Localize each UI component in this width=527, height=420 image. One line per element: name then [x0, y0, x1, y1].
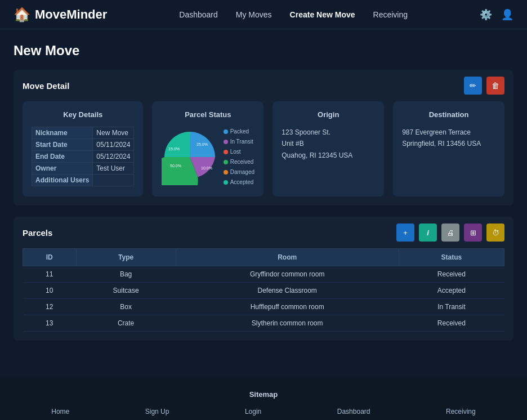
origin-title: Origin — [282, 110, 375, 119]
footer-link-receiving[interactable]: Receiving — [446, 408, 476, 415]
parcel-status-12: In Transit — [399, 299, 504, 315]
legend-label-damaged: Damaged — [230, 167, 254, 177]
parcel-room-10: Defense Classroom — [176, 283, 399, 299]
parcel-status-13: Received — [399, 315, 504, 332]
nav-my-moves[interactable]: My Moves — [236, 10, 272, 19]
footer-link-signup[interactable]: Sign Up — [145, 408, 169, 415]
parcels-table-wrap: ID Type Room Status 11 Bag Gryffindor co… — [14, 248, 513, 341]
legend-lost: Lost — [224, 147, 254, 157]
label-end-date: End Date — [32, 151, 93, 163]
legend-label-received: Received — [230, 157, 254, 167]
nav-icon-group: ⚙️ 👤 — [480, 8, 513, 21]
col-type: Type — [76, 249, 176, 266]
origin-line3: Quahog, RI 12345 USA — [282, 151, 352, 159]
label-owner: Owner — [32, 163, 93, 175]
brand-name: MoveMinder — [35, 7, 107, 22]
table-row: 12 Box Hufflepuff common room In Transit — [23, 299, 504, 315]
nav-receiving[interactable]: Receiving — [373, 10, 408, 19]
key-details-title: Key Details — [32, 110, 134, 119]
legend-label-accepted: Accepted — [230, 177, 254, 187]
parcel-type-13: Crate — [76, 315, 176, 332]
clock-button[interactable]: ⏱ — [486, 224, 504, 242]
table-row: Nickname New Move — [32, 127, 134, 139]
legend-label-in-transit: In Transit — [230, 137, 253, 147]
table-row: Owner Test User — [32, 163, 134, 175]
parcel-status-card: Parcel Status 25.0% — [152, 101, 264, 196]
delete-button[interactable]: 🗑 — [486, 77, 504, 95]
parcels-title: Parcels — [23, 228, 52, 238]
value-end-date: 05/12/2024 — [93, 151, 134, 163]
footer-link-login[interactable]: Login — [245, 408, 261, 415]
parcel-status-10: Accepted — [399, 283, 504, 299]
footer-link-home[interactable]: Home — [51, 408, 69, 415]
parcel-type-10: Suitcase — [76, 283, 176, 299]
legend-dot-in-transit — [224, 140, 228, 144]
label-nickname: Nickname — [32, 127, 93, 139]
parcel-status-11: Received — [399, 266, 504, 283]
move-detail-card: Move Detail ✏ 🗑 Key Details Nickname New… — [14, 70, 513, 205]
legend-dot-received — [224, 160, 228, 164]
parcel-id-10: 10 — [23, 283, 77, 299]
parcel-id-12: 12 — [23, 299, 77, 315]
key-details-card: Key Details Nickname New Move Start Date… — [23, 101, 143, 196]
parcels-table-head: ID Type Room Status — [23, 249, 504, 266]
label-packed-pct: 25.0% — [196, 142, 208, 146]
nav-create-new-move[interactable]: Create New Move — [290, 10, 355, 19]
legend-dot-lost — [224, 150, 228, 154]
col-id: ID — [23, 249, 77, 266]
legend-damaged: Damaged — [224, 167, 254, 177]
label-accepted-pct: 15.0% — [168, 147, 180, 151]
destination-card: Destination 987 Evergreen Terrace Spring… — [393, 101, 504, 196]
move-detail-header: Move Detail ✏ 🗑 — [14, 70, 513, 101]
pie-container: 25.0% 10.0% 50.0% 15.0% Packed In Transi… — [161, 127, 254, 187]
origin-line2: Unit #B — [282, 140, 303, 148]
legend-dot-packed — [224, 129, 228, 134]
label-additional-users: Additional Users — [32, 175, 93, 186]
destination-title: Destination — [402, 110, 495, 119]
label-start-date: Start Date — [32, 139, 93, 151]
edit-button[interactable]: ✏ — [464, 77, 482, 95]
legend-label-packed: Packed — [230, 127, 249, 137]
value-nickname: New Move — [93, 127, 134, 139]
table-header-row: ID Type Room Status — [23, 249, 504, 266]
table-row: End Date 05/12/2024 — [32, 151, 134, 163]
move-detail-title: Move Detail — [23, 81, 69, 91]
page-title: New Move — [14, 43, 513, 59]
pie-legend: Packed In Transit Lost Received — [224, 127, 254, 187]
print-button[interactable]: 🖨 — [441, 224, 459, 242]
parcel-status-title: Parcel Status — [161, 110, 254, 119]
navbar: 🏠 MoveMinder Dashboard My Moves Create N… — [0, 0, 527, 29]
legend-dot-accepted — [224, 180, 228, 185]
footer-link-dashboard[interactable]: Dashboard — [337, 408, 370, 415]
main-content: New Move Move Detail ✏ 🗑 Key Details Nic… — [0, 29, 527, 365]
parcel-room-12: Hufflepuff common room — [176, 299, 399, 315]
table-row: Start Date 05/11/2024 — [32, 139, 134, 151]
parcel-type-11: Bag — [76, 266, 176, 283]
grid-button[interactable]: ⊞ — [464, 224, 482, 242]
table-row: 10 Suitcase Defense Classroom Accepted — [23, 283, 504, 299]
parcels-table-body: 11 Bag Gryffindor common room Received 1… — [23, 266, 504, 332]
col-room: Room — [176, 249, 399, 266]
parcels-section: Parcels + i 🖨 ⊞ ⏱ ID Type Room Status — [14, 217, 513, 341]
destination-line2: Springfield, RI 13456 USA — [402, 140, 481, 148]
parcel-id-11: 11 — [23, 266, 77, 283]
parcels-header: Parcels + i 🖨 ⊞ ⏱ — [14, 217, 513, 248]
add-parcel-button[interactable]: + — [396, 224, 414, 242]
parcel-id-13: 13 — [23, 315, 77, 332]
key-details-table: Nickname New Move Start Date 05/11/2024 … — [32, 127, 134, 186]
nav-links: Dashboard My Moves Create New Move Recei… — [179, 10, 408, 19]
brand-icon: 🏠 — [14, 7, 30, 23]
destination-line1: 987 Evergreen Terrace — [402, 128, 471, 136]
info-button[interactable]: i — [419, 224, 437, 242]
sitemap-links: Home Sign Up Login Dashboard Receiving — [14, 408, 513, 415]
legend-packed: Packed — [224, 127, 254, 137]
table-row: Additional Users — [32, 175, 134, 186]
parcel-type-12: Box — [76, 299, 176, 315]
label-in-transit-pct: 10.0% — [201, 166, 212, 170]
origin-card: Origin 123 Spooner St. Unit #B Quahog, R… — [273, 101, 384, 196]
footer: Sitemap Home Sign Up Login Dashboard Rec… — [0, 377, 527, 420]
nav-dashboard[interactable]: Dashboard — [179, 10, 218, 19]
legend-accepted: Accepted — [224, 177, 254, 187]
user-icon[interactable]: 👤 — [501, 8, 513, 21]
settings-icon[interactable]: ⚙️ — [480, 8, 492, 21]
